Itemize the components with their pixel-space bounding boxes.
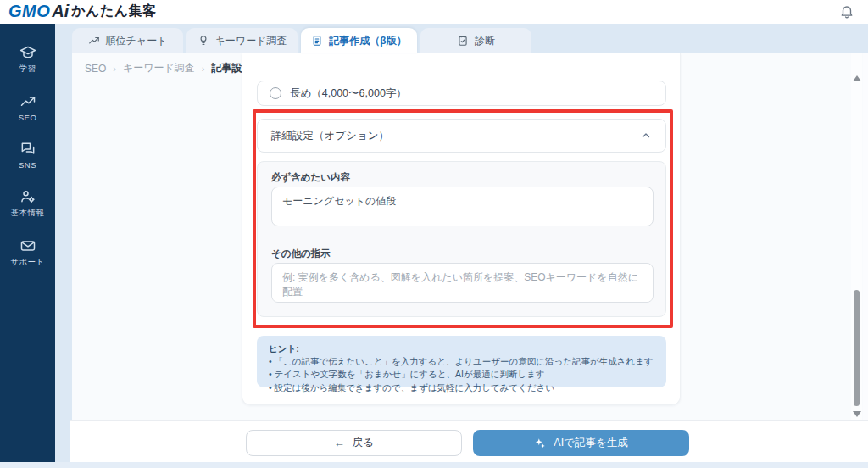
tab-article-creation[interactable]: 記事作成（β版） [301, 28, 417, 53]
notification-bell-icon[interactable] [839, 4, 854, 20]
scroll-up-arrow[interactable] [853, 75, 861, 81]
app-header: GMO Ai かんたん集客 [0, 0, 868, 24]
panel-edge [863, 53, 868, 421]
hint-title: ヒント: [269, 343, 654, 355]
hint-item: 「この記事で伝えたいこと」を入力すると、よりユーザーの意図に沿った記事が生成され… [269, 355, 654, 368]
hint-list: 「この記事で伝えたいこと」を入力すると、よりユーザーの意図に沿った記事が生成され… [269, 355, 654, 394]
sidebar-item-label: サポート [10, 257, 45, 268]
length-option-label: 長め（4,000〜6,000字） [290, 86, 407, 101]
scroll-down-arrow[interactable] [853, 411, 861, 417]
sidebar-item-learning[interactable]: 学習 [0, 44, 55, 75]
advanced-settings-title: 詳細設定（オプション） [271, 129, 389, 143]
sidebar-item-label: 基本情報 [11, 208, 45, 219]
advanced-settings-fields: 必ず含めたい内容 モーニングセットの値段 その他の指示 [257, 161, 666, 317]
tab-diagnosis[interactable]: 診断 [420, 28, 531, 53]
sidebar-item-label: SEO [19, 113, 37, 122]
generate-button-label: AIで記事を生成 [554, 436, 627, 450]
back-button[interactable]: ← 戻る [246, 430, 462, 456]
tab-label: 記事作成（β版） [329, 34, 406, 48]
hint-callout: ヒント: 「この記事で伝えたいこと」を入力すると、よりユーザーの意図に沿った記事… [257, 336, 666, 387]
envelope-icon [19, 237, 36, 254]
left-arrow-icon: ← [334, 437, 345, 449]
hint-item: 設定は後から編集できますので、まずは気軽に入力してみてください [269, 382, 654, 394]
breadcrumb-item-seo[interactable]: SEO [85, 63, 106, 75]
tab-label: 診断 [475, 34, 495, 48]
lightbulb-icon [198, 35, 209, 47]
logo-gmo-text: GMO [8, 2, 50, 21]
must-include-label: 必ず含めたい内容 [271, 171, 350, 184]
sidebar-item-basic-info[interactable]: 基本情報 [0, 188, 55, 219]
tab-keyword-research[interactable]: キーワード調査 [186, 28, 298, 53]
back-button-label: 戻る [353, 436, 374, 450]
document-icon [311, 35, 323, 47]
other-instructions-label: その他の指示 [271, 248, 331, 260]
hint-item: テイストや文字数を「おまかせ」にすると、AIが最適に判断します [269, 368, 654, 381]
tab-label: キーワード調査 [215, 34, 287, 48]
tab-rank-chart[interactable]: 順位チャート [72, 28, 183, 53]
other-instructions-textarea[interactable] [271, 263, 654, 303]
chevron-up-icon [640, 130, 652, 142]
chat-bubbles-icon [19, 141, 36, 158]
app-logo[interactable]: GMO Ai かんたん集客 [8, 2, 157, 21]
logo-product-text: かんたん集客 [71, 3, 157, 20]
advanced-settings-accordion[interactable]: 詳細設定（オプション） [257, 119, 666, 153]
trend-chart-icon [19, 93, 36, 110]
trending-up-icon [88, 35, 100, 47]
sidebar-item-seo[interactable]: SEO [0, 93, 55, 122]
generate-article-button[interactable]: AIで記事を生成 [473, 430, 689, 456]
sidebar-item-label: 学習 [19, 64, 36, 75]
window-bottom-edge [0, 462, 868, 468]
article-settings-card: 長め（4,000〜6,000字） 詳細設定（オプション） 必ず含めたい内容 モー… [242, 53, 681, 405]
clipboard-check-icon [457, 35, 469, 47]
must-include-textarea[interactable]: モーニングセットの値段 [271, 187, 654, 226]
sidebar-nav: 学習 SEO SNS 基本情報 サポート [0, 24, 55, 462]
breadcrumb-separator: › [202, 64, 205, 74]
logo-ai-text: Ai [52, 2, 69, 21]
radio-button-icon[interactable] [270, 87, 281, 99]
tab-bar: 順位チャート キーワード調査 記事作成（β版） 診断 [72, 28, 531, 53]
sparkles-icon [534, 437, 546, 449]
person-gear-icon [19, 188, 36, 205]
breadcrumb-separator: › [113, 64, 116, 74]
graduation-cap-icon [19, 44, 36, 61]
scrollbar[interactable] [851, 53, 862, 421]
action-footer: ← 戻る AIで記事を生成 [70, 420, 868, 462]
breadcrumb: SEO › キーワード調査 › 記事設定 [85, 61, 253, 75]
length-option-long[interactable]: 長め（4,000〜6,000字） [257, 81, 666, 106]
tab-label: 順位チャート [106, 34, 168, 48]
sidebar-item-label: SNS [19, 160, 36, 170]
scrollbar-thumb[interactable] [854, 290, 860, 406]
sidebar-item-support[interactable]: サポート [0, 237, 55, 268]
sidebar-item-sns[interactable]: SNS [0, 141, 55, 170]
breadcrumb-item-keyword[interactable]: キーワード調査 [123, 61, 195, 75]
